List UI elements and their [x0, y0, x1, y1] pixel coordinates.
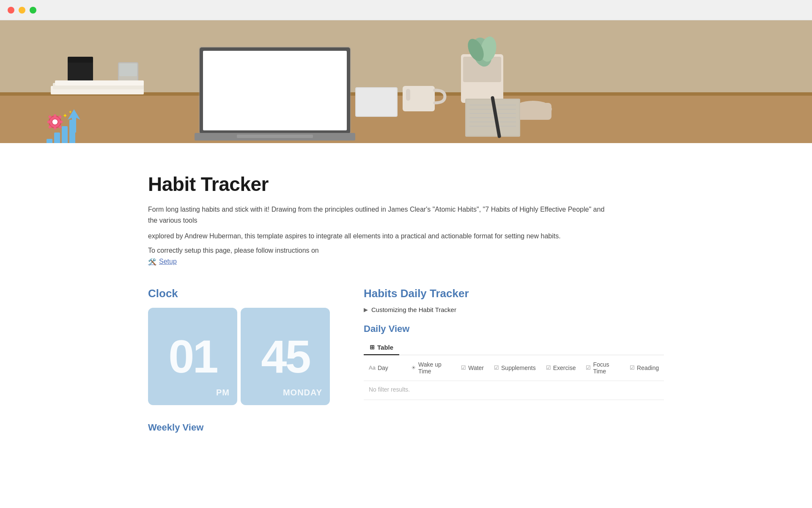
- clock-display: 01 PM 45 MONDAY: [148, 308, 330, 405]
- water-col-label: Water: [468, 364, 484, 371]
- page-content: Habit Tracker Form long lasting habits a…: [110, 143, 702, 458]
- close-button[interactable]: [8, 7, 14, 14]
- svg-point-39: [52, 119, 58, 125]
- exercise-col-icon: ☑: [546, 364, 551, 371]
- svg-rect-14: [203, 51, 347, 130]
- habits-title: Habits Daily Tracker: [364, 287, 664, 300]
- supplements-col-label: Supplements: [501, 364, 536, 371]
- focus-col-icon: ☑: [586, 364, 591, 371]
- col-day[interactable]: Aa Day: [364, 363, 406, 373]
- col-wakeup[interactable]: ☀ Wake up Time: [406, 359, 456, 376]
- svg-rect-50: [47, 139, 52, 143]
- no-filter-results: No filter results.: [364, 381, 664, 398]
- svg-rect-43: [59, 121, 63, 123]
- clock-hours: 01: [168, 333, 217, 380]
- daily-view-title: Daily View: [364, 323, 664, 334]
- tab-table[interactable]: ⊞ Table: [364, 340, 399, 355]
- page-title: Habit Tracker: [148, 173, 664, 196]
- setup-instruction: To correctly setup this page, please fol…: [148, 247, 664, 254]
- table-tab-icon: ⊞: [370, 344, 375, 351]
- svg-rect-7: [119, 64, 137, 76]
- table-divider: [364, 400, 664, 400]
- day-col-label: Day: [378, 364, 388, 371]
- weekly-view-title: Weekly View: [148, 422, 664, 433]
- tab-table-label: Table: [377, 344, 393, 351]
- day-col-icon: Aa: [369, 364, 376, 371]
- supplements-col-icon: ☑: [494, 364, 499, 371]
- focus-col-label: Focus Time: [593, 361, 619, 375]
- svg-rect-51: [54, 133, 60, 143]
- setup-icon: 🛠️: [148, 258, 156, 266]
- svg-rect-52: [62, 126, 68, 143]
- maximize-button[interactable]: [30, 7, 36, 14]
- svg-rect-41: [54, 126, 56, 130]
- clock-period: PM: [216, 388, 230, 398]
- svg-rect-16: [237, 135, 313, 138]
- svg-text:✦: ✦: [63, 112, 68, 119]
- view-tabs: ⊞ Table: [364, 340, 664, 355]
- clock-minutes: 45: [261, 333, 309, 380]
- wakeup-col-label: Wake up Time: [418, 361, 451, 375]
- setup-link[interactable]: 🛠️ Setup: [148, 258, 177, 266]
- col-focus[interactable]: ☑ Focus Time: [581, 359, 624, 376]
- description-line1: Form long lasting habits and stick with …: [148, 204, 613, 226]
- minimize-button[interactable]: [19, 7, 25, 14]
- exercise-col-label: Exercise: [553, 364, 576, 371]
- clock-hours-card: 01 PM: [148, 308, 237, 405]
- two-column-layout: Clock 01 PM 45 MONDAY Habits Daily Track…: [148, 287, 664, 405]
- svg-rect-40: [54, 114, 56, 118]
- description-line2: explored by Andrew Huberman, this templa…: [148, 231, 613, 242]
- clock-day: MONDAY: [283, 388, 322, 398]
- col-water[interactable]: ☑ Water: [456, 363, 489, 373]
- reading-col-icon: ☑: [630, 364, 635, 371]
- clock-minutes-card: 45 MONDAY: [241, 308, 330, 405]
- habits-section: Habits Daily Tracker ▶ Customizing the H…: [364, 287, 664, 405]
- hero-banner: ✦ ✦: [0, 20, 812, 143]
- customize-label: Customizing the Habit Tracker: [371, 306, 456, 313]
- window-chrome: [0, 0, 812, 20]
- svg-rect-21: [406, 89, 410, 101]
- clock-section: Clock 01 PM 45 MONDAY: [148, 287, 330, 405]
- setup-link-label: Setup: [159, 258, 177, 265]
- svg-rect-5: [68, 57, 93, 63]
- reading-col-label: Reading: [637, 364, 659, 371]
- col-reading[interactable]: ☑ Reading: [625, 363, 664, 373]
- col-supplements[interactable]: ☑ Supplements: [489, 363, 541, 373]
- svg-rect-10: [55, 80, 144, 86]
- toggle-arrow-icon: ▶: [364, 306, 368, 313]
- svg-rect-18: [356, 88, 397, 116]
- wakeup-col-icon: ☀: [411, 364, 416, 371]
- svg-rect-42: [47, 121, 51, 123]
- customize-toggle[interactable]: ▶ Customizing the Habit Tracker: [364, 306, 664, 313]
- water-col-icon: ☑: [461, 364, 466, 371]
- page-icon: ✦ ✦: [38, 105, 93, 143]
- table-header-row: Aa Day ☀ Wake up Time ☑ Water ☑ Suppleme…: [364, 355, 664, 381]
- clock-title: Clock: [148, 287, 330, 300]
- col-exercise[interactable]: ☑ Exercise: [541, 363, 581, 373]
